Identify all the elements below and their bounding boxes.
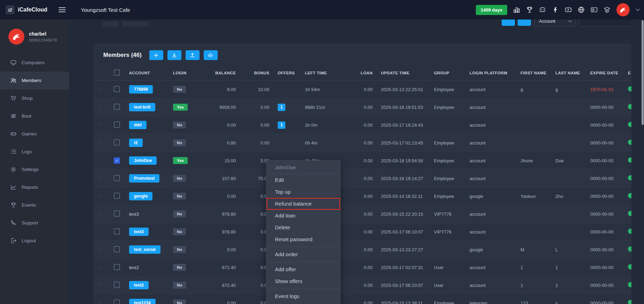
- menu-item-top-up[interactable]: Top up: [267, 186, 340, 198]
- layers-icon[interactable]: [604, 6, 611, 13]
- member-row[interactable]: ······t2No0.800.000h 4m0.002025-03-17 01…: [93, 134, 631, 152]
- row-checkbox[interactable]: ✓: [114, 157, 120, 164]
- account-button[interactable]: 778899: [129, 85, 153, 94]
- account-button[interactable]: ddd: [129, 121, 147, 129]
- account-button[interactable]: Promotest: [129, 174, 159, 183]
- days-badge[interactable]: 1409 days: [476, 5, 507, 15]
- clipped-tab[interactable]: [103, 21, 119, 27]
- status-dot-icon[interactable]: [628, 175, 631, 180]
- member-row[interactable]: ······✓JohnDoeYes15.005.001h 49m0.002025…: [93, 152, 631, 170]
- member-row[interactable]: ······test_socialNo0.000.000.002025-03-1…: [93, 241, 631, 259]
- row-checkbox[interactable]: [114, 121, 120, 128]
- member-row[interactable]: ······test2No672.400.000.002025-03-17 02…: [93, 259, 631, 276]
- member-row[interactable]: ······test-brillYes9959.000.001988h 21m0…: [93, 98, 631, 116]
- status-dot-icon[interactable]: [628, 300, 631, 304]
- drag-handle-icon[interactable]: ······: [98, 283, 103, 287]
- drag-handle-icon[interactable]: ······: [98, 230, 103, 233]
- id-card-icon[interactable]: [591, 6, 598, 13]
- row-checkbox[interactable]: [114, 228, 120, 235]
- clipped-blue-button[interactable]: [518, 20, 531, 26]
- drag-handle-icon[interactable]: ······: [98, 301, 103, 304]
- menu-item-add-offer[interactable]: Add offer: [267, 264, 340, 275]
- offers-badge[interactable]: 1: [278, 121, 285, 129]
- select-all-checkbox[interactable]: [114, 69, 120, 76]
- filter-search-input[interactable]: [579, 20, 632, 27]
- youtube-icon[interactable]: [565, 6, 572, 13]
- sidebar-item-shop[interactable]: Shop: [0, 89, 69, 107]
- sidebar-item-reports[interactable]: Reports: [0, 178, 69, 196]
- drag-handle-icon[interactable]: ······: [98, 141, 103, 144]
- status-dot-icon[interactable]: [628, 193, 631, 198]
- menu-item-add-loan[interactable]: Add loan: [267, 210, 340, 222]
- sidebar-item-settings[interactable]: Settings: [0, 161, 69, 178]
- menu-item-delete[interactable]: Delete: [267, 222, 340, 233]
- account-button[interactable]: test_social: [129, 245, 160, 254]
- sidebar-item-logout[interactable]: Logout: [0, 232, 69, 250]
- account-button[interactable]: t2: [129, 139, 143, 147]
- sidebar-item-members[interactable]: Members: [0, 72, 69, 89]
- cloud-sync-button[interactable]: [204, 50, 218, 60]
- member-row[interactable]: ······test2No672.400.000.002025-03-17 06…: [93, 276, 631, 294]
- member-row[interactable]: ······test3No978.800.000.002025-03-15 22…: [93, 205, 631, 223]
- drag-handle-icon[interactable]: ······: [98, 212, 103, 215]
- row-checkbox[interactable]: [114, 282, 120, 288]
- status-dot-icon[interactable]: [628, 229, 631, 234]
- drag-handle-icon[interactable]: ······: [98, 176, 103, 180]
- row-checkbox[interactable]: [114, 210, 120, 217]
- drag-handle-icon[interactable]: ······: [98, 87, 103, 91]
- drag-handle-icon[interactable]: ······: [98, 105, 103, 109]
- discord-icon[interactable]: [539, 6, 546, 13]
- row-checkbox[interactable]: [114, 139, 120, 146]
- row-checkbox[interactable]: [114, 299, 120, 304]
- menu-item-edit[interactable]: Edit: [267, 174, 340, 186]
- facebook-icon[interactable]: [552, 6, 559, 13]
- status-dot-icon[interactable]: [628, 157, 631, 163]
- menu-item-show-offers[interactable]: Show offers: [267, 275, 340, 287]
- row-checkbox[interactable]: [114, 193, 120, 199]
- member-row[interactable]: ······test1234No0.000.000.002025-03-15 1…: [93, 294, 631, 304]
- sidebar-toggle-button[interactable]: [57, 5, 68, 15]
- menu-item-reset-password[interactable]: Reset password: [267, 233, 340, 245]
- offers-badge[interactable]: 1: [278, 104, 285, 111]
- status-dot-icon[interactable]: [628, 246, 631, 252]
- status-dot-icon[interactable]: [628, 140, 631, 145]
- status-dot-icon[interactable]: [628, 86, 631, 91]
- drag-handle-icon[interactable]: ······: [98, 158, 103, 162]
- status-dot-icon[interactable]: [628, 282, 631, 287]
- sidebar-item-logs[interactable]: Logs: [0, 143, 69, 161]
- import-button[interactable]: [167, 50, 181, 60]
- chevron-down-icon[interactable]: [636, 8, 640, 11]
- account-button[interactable]: JohnDoe: [129, 156, 157, 165]
- clipped-blue-button[interactable]: [502, 20, 515, 26]
- account-filter-select[interactable]: Account: [534, 20, 576, 27]
- menu-item-event-logs[interactable]: Event logs: [267, 290, 340, 302]
- member-row[interactable]: ······PromotestNo107.6075.000.002025-03-…: [93, 170, 631, 187]
- status-dot-icon[interactable]: [628, 104, 631, 109]
- row-checkbox[interactable]: [114, 264, 120, 270]
- trophy-icon[interactable]: [526, 6, 533, 13]
- sidebar-avatar[interactable]: [8, 29, 24, 45]
- account-button[interactable]: google: [129, 192, 152, 200]
- user-avatar[interactable]: [616, 3, 630, 16]
- menu-item-refund-balance[interactable]: Refund balance: [267, 198, 340, 210]
- account-button[interactable]: test3: [129, 228, 149, 236]
- export-button[interactable]: [186, 50, 200, 60]
- status-dot-icon[interactable]: [628, 211, 631, 216]
- account-button[interactable]: test2: [129, 281, 149, 289]
- sidebar-item-boot[interactable]: Boot: [0, 107, 69, 125]
- row-checkbox[interactable]: [114, 86, 120, 92]
- sidebar-item-events[interactable]: Events: [0, 196, 69, 214]
- account-button[interactable]: test-brill: [129, 103, 155, 111]
- row-checkbox[interactable]: [114, 246, 120, 252]
- sidebar-item-games[interactable]: Games: [0, 125, 69, 143]
- globe-icon[interactable]: [578, 6, 585, 13]
- row-checkbox[interactable]: [114, 104, 120, 110]
- menu-item-add-order[interactable]: Add order: [267, 249, 340, 260]
- drag-handle-icon[interactable]: ······: [98, 247, 103, 251]
- drag-handle-icon[interactable]: ······: [98, 123, 103, 126]
- member-row[interactable]: ······778899No9.0010.001h 54m0.002025-03…: [93, 81, 631, 98]
- row-checkbox[interactable]: [114, 175, 120, 181]
- scrollbar[interactable]: [642, 20, 644, 125]
- account-button[interactable]: test1234: [129, 299, 156, 304]
- member-row[interactable]: ······test3No978.800.000.002025-03-17 06…: [93, 223, 631, 241]
